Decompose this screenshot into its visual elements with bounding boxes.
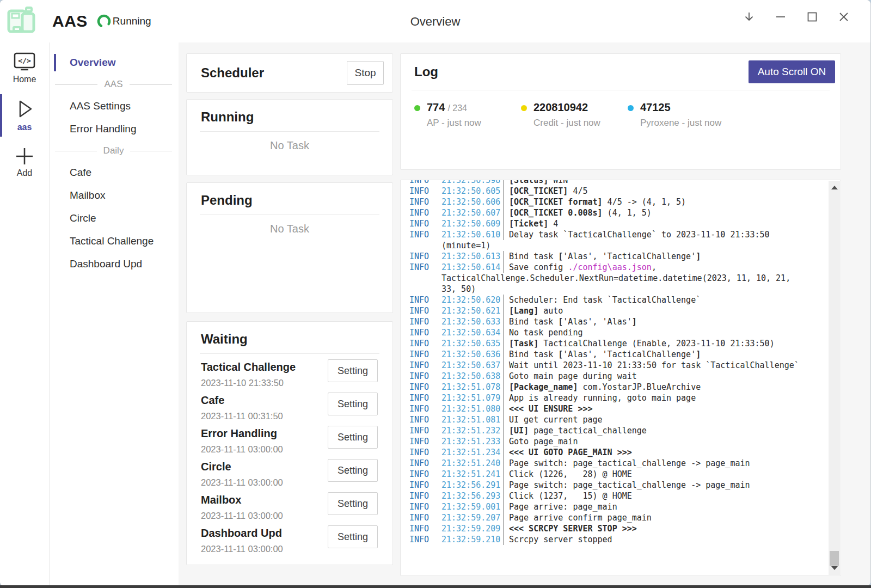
log-message: Click (1237, 15) @ HOME	[509, 491, 841, 501]
log-message: <<< UI ENSURE >>>	[509, 403, 841, 414]
sidebar-item-cafe[interactable]: Cafe	[50, 161, 179, 184]
scroll-up-arrow[interactable]	[829, 182, 840, 193]
sidebar-item-mailbox[interactable]: Mailbox	[50, 184, 179, 207]
log-output-box[interactable]: INFO21:32:50.598[Status] WININFO21:32:50…	[400, 180, 841, 576]
log-header: Log Auto Scroll ON	[401, 54, 841, 90]
log-line: INFO21:32:51.079App is already running, …	[409, 393, 841, 403]
scroll-down-arrow[interactable]	[829, 562, 840, 574]
log-timestamp: 21:32:59.207	[441, 512, 502, 523]
sidebar-item-error-handling[interactable]: Error Handling	[50, 118, 179, 140]
scheduler-stop-button[interactable]: Stop	[347, 61, 384, 85]
sidebar-item-aas-settings[interactable]: AAS Settings	[50, 95, 179, 118]
log-message: [Status] WIN	[509, 180, 841, 186]
task-setting-button[interactable]: Setting	[328, 525, 378, 548]
log-timestamp: 21:32:50.610	[441, 229, 502, 240]
sidebar-item-label: Tactical Challenge	[70, 235, 154, 247]
log-line: INFO21:32:50.635[Task] TacticalChallenge…	[409, 338, 841, 349]
nav-rail: </> Home aas Add	[0, 42, 50, 586]
auto-scroll-toggle-button[interactable]: Auto Scroll ON	[749, 60, 835, 83]
log-level: INFO	[409, 197, 441, 207]
log-timestamp: 21:32:50.613	[441, 251, 502, 262]
log-level: INFO	[409, 229, 441, 240]
svg-text:</>: </>	[18, 57, 31, 65]
log-line-continuation: 33, 50)	[409, 284, 841, 295]
stat-value: 774	[427, 101, 445, 113]
running-card: Running No Task	[186, 99, 393, 175]
log-message: No task pending	[509, 327, 841, 338]
log-line: INFO21:32:51.233Goto page_main	[409, 436, 841, 447]
log-message: [UI] page_tactical_challenge	[509, 425, 841, 436]
maximize-button[interactable]	[805, 10, 819, 24]
log-lines: INFO21:32:50.598[Status] WININFO21:32:50…	[401, 180, 841, 567]
log-timestamp: 21:32:50.633	[441, 316, 502, 327]
log-scrollbar[interactable]	[829, 181, 840, 575]
log-message: [Task] TacticalChallenge (Enable, 2023-1…	[509, 338, 841, 349]
log-level: INFO	[409, 327, 441, 338]
log-level: INFO	[409, 316, 441, 327]
minimize-button[interactable]	[774, 10, 788, 24]
log-line: INFO21:32:59.207Page arrive confirm page…	[409, 512, 841, 523]
log-line: INFO21:32:50.634No task pending	[409, 327, 841, 338]
window-controls	[742, 10, 851, 24]
task-setting-button[interactable]: Setting	[328, 359, 378, 382]
log-level: INFO	[409, 458, 441, 469]
log-timestamp: 21:32:51.240	[441, 458, 502, 469]
nav-rail-aas[interactable]: aas	[0, 97, 49, 132]
stat-pyroxene: 47125Pyroxene - just now	[628, 101, 734, 128]
log-message: Page switch: page_tactical_challenge -> …	[509, 480, 841, 491]
log-line: INFO21:32:59.001Page arrive: page_main	[409, 501, 841, 512]
sidebar-item-overview[interactable]: Overview	[50, 51, 179, 74]
log-line: INFO21:32:51.081UI get current page	[409, 414, 841, 425]
task-setting-button[interactable]: Setting	[328, 459, 378, 482]
sidebar-item-dashboard-upd[interactable]: Dashboard Upd	[50, 253, 179, 275]
log-level: INFO	[409, 207, 441, 218]
log-line: INFO21:32:56.293Click (1237, 15) @ HOME	[409, 491, 841, 501]
log-message: Bind task ['Alas', 'TacticalChallenge']	[509, 349, 841, 360]
task-setting-button[interactable]: Setting	[328, 492, 378, 515]
sidebar-item-label: Dashboard Upd	[70, 258, 142, 270]
log-line: INFO21:32:50.613Bind task ['Alas', 'Tact…	[409, 251, 841, 262]
sidebar-item-label: AAS Settings	[70, 100, 131, 112]
log-message: Save config ./config\aas.json,	[509, 262, 841, 273]
nav-rail-add[interactable]: Add	[0, 146, 49, 178]
log-timestamp: 21:32:50.614	[441, 262, 502, 273]
log-message: [OCR_TICKET 0.008s] (4, 1, 5)	[509, 207, 841, 218]
dashboard-stats: 774/ 234AP - just now220810942Credit - j…	[401, 90, 841, 128]
task-setting-button[interactable]: Setting	[328, 393, 378, 415]
log-level: INFO	[409, 371, 441, 382]
log-line: INFO21:32:50.621[Lang] auto	[409, 305, 841, 316]
log-line: INFO21:32:51.080<<< UI ENSURE >>>	[409, 403, 841, 414]
log-line: INFO21:32:59.210Scrcpy server stopped	[409, 534, 841, 545]
sidebar-group-label: Daily	[103, 145, 124, 156]
log-message: UI get current page	[509, 414, 841, 425]
log-level: INFO	[409, 512, 441, 523]
divider	[200, 215, 379, 215]
log-timestamp: 21:32:50.598	[441, 180, 502, 186]
running-title: Running	[187, 109, 392, 131]
log-line: INFO21:32:51.078[Package_name] com.Yosta…	[409, 382, 841, 393]
log-message: [Lang] auto	[509, 305, 841, 316]
log-timestamp: 21:32:50.606	[441, 197, 502, 207]
close-button[interactable]	[837, 10, 851, 24]
log-message: Goto page_main	[509, 436, 841, 447]
stat-value: 47125	[640, 101, 671, 113]
waiting-task-row: Dashboard Upd2023-11-11 03:00:00Setting	[201, 525, 378, 559]
log-level: INFO	[409, 523, 441, 534]
stat-max: / 234	[447, 103, 467, 113]
sidebar-item-tactical-challenge[interactable]: Tactical Challenge	[50, 230, 179, 253]
sidebar-item-circle[interactable]: Circle	[50, 207, 179, 230]
log-timestamp: 21:32:56.291	[441, 480, 502, 491]
download-update-button[interactable]	[742, 10, 756, 24]
nav-rail-home[interactable]: </> Home	[0, 52, 49, 84]
waiting-card: Waiting Tactical Challenge2023-11-10 21:…	[186, 321, 393, 565]
log-message: Scrcpy server stopped	[509, 534, 841, 545]
log-message: <<< SCRCPY SERVER STOP >>>	[509, 523, 841, 534]
log-timestamp: 21:32:50.635	[441, 338, 502, 349]
log-timestamp: 21:32:50.609	[441, 218, 502, 229]
log-line: INFO21:32:51.234<<< UI GOTO PAGE_MAIN >>…	[409, 447, 841, 458]
app-window: AAS Running Overview	[0, 0, 870, 586]
task-setting-button[interactable]: Setting	[328, 426, 378, 449]
log-message: Bind task ['Alas', 'Alas']	[509, 316, 841, 327]
log-line: INFO21:32:51.240Page switch: page_tactic…	[409, 458, 841, 469]
sidebar-item-label: Mailbox	[70, 189, 105, 201]
